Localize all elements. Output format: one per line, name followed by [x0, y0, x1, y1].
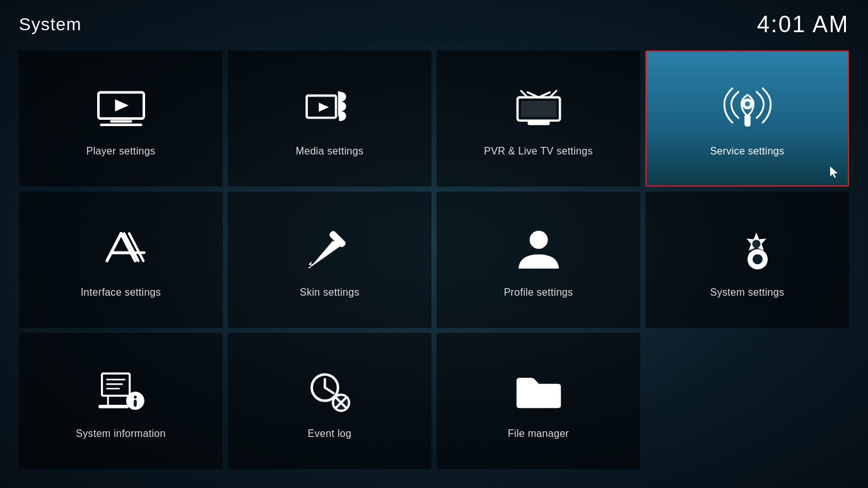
header: System 4:01 AM [0, 0, 868, 44]
tile-player-settings[interactable]: Player settings [19, 50, 223, 187]
svg-marker-1 [115, 100, 129, 112]
clock: 4:01 AM [757, 11, 849, 38]
svg-rect-33 [764, 259, 768, 260]
tile-file-manager[interactable]: File manager [437, 333, 640, 469]
system-information-label: System information [76, 428, 165, 439]
svg-point-27 [752, 240, 760, 248]
svg-rect-12 [527, 121, 549, 125]
player-settings-label: Player settings [86, 146, 155, 157]
tile-grid: Player settings Media settings PVR & Liv… [0, 44, 868, 482]
svg-rect-3 [100, 124, 142, 126]
skin-settings-icon [302, 221, 358, 278]
system-settings-label: System settings [710, 287, 784, 298]
svg-point-29 [753, 254, 763, 264]
svg-rect-2 [110, 120, 132, 122]
svg-rect-30 [756, 249, 758, 253]
media-settings-icon [302, 80, 358, 137]
service-settings-label: Service settings [710, 146, 785, 157]
app-title: System [19, 15, 81, 35]
tile-pvr-settings[interactable]: PVR & Live TV settings [437, 50, 640, 187]
interface-settings-icon [93, 221, 150, 278]
tile-media-settings[interactable]: Media settings [228, 50, 431, 187]
service-settings-icon [719, 80, 776, 137]
tile-interface-settings[interactable]: Interface settings [19, 192, 223, 328]
profile-settings-label: Profile settings [504, 287, 573, 298]
svg-line-17 [107, 233, 120, 260]
svg-rect-7 [521, 101, 556, 117]
svg-marker-24 [308, 241, 346, 266]
tile-event-log[interactable]: Event log [228, 333, 431, 469]
svg-point-26 [529, 231, 548, 249]
tile-skin-settings[interactable]: Skin settings [228, 192, 431, 328]
event-log-label: Event log [308, 428, 351, 439]
skin-settings-label: Skin settings [300, 287, 360, 298]
system-settings-icon [719, 221, 776, 278]
file-manager-icon [510, 363, 567, 419]
svg-marker-16 [830, 166, 838, 178]
svg-point-43 [134, 396, 137, 399]
pvr-settings-label: PVR & Live TV settings [484, 146, 593, 157]
event-log-icon [302, 363, 358, 419]
svg-rect-31 [756, 266, 758, 270]
svg-rect-44 [134, 400, 137, 407]
svg-rect-15 [744, 115, 751, 127]
pvr-settings-icon [510, 80, 567, 137]
svg-rect-32 [748, 259, 751, 260]
tile-service-settings[interactable]: Service settings [645, 50, 849, 187]
profile-settings-icon [510, 221, 567, 278]
svg-point-14 [745, 102, 750, 107]
svg-rect-46 [98, 405, 129, 409]
tile-system-information[interactable]: System information [19, 333, 223, 469]
svg-marker-5 [319, 103, 329, 112]
svg-line-18 [121, 233, 135, 260]
svg-marker-25 [307, 266, 311, 268]
svg-line-49 [325, 388, 334, 393]
file-manager-label: File manager [508, 428, 569, 439]
system-information-icon [93, 363, 150, 419]
tile-system-settings[interactable]: System settings [645, 192, 849, 328]
player-settings-icon [93, 80, 150, 137]
cursor-indicator [830, 166, 838, 178]
interface-settings-label: Interface settings [81, 287, 161, 298]
media-settings-label: Media settings [296, 146, 363, 157]
empty-cell [645, 333, 849, 469]
tile-profile-settings[interactable]: Profile settings [437, 192, 640, 328]
